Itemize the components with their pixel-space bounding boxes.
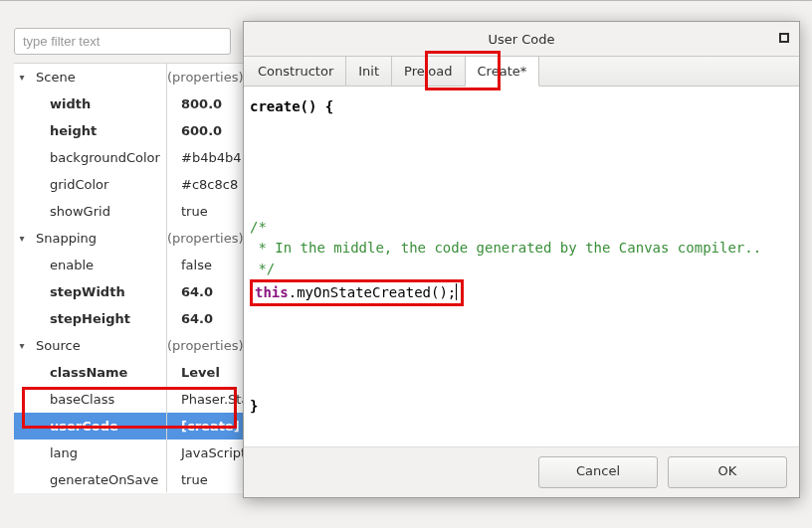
chevron-down-icon: ▾ <box>14 233 30 244</box>
code-statement: this.myOnStateCreated(); <box>250 279 464 306</box>
code-editor[interactable]: create() { /* * In the middle, the code … <box>244 87 799 446</box>
code-signature: create() { <box>250 98 333 114</box>
ok-button[interactable]: OK <box>668 456 787 488</box>
group-label: Scene <box>30 70 163 85</box>
chevron-down-icon: ▾ <box>14 340 30 351</box>
prop-classname[interactable]: className Level <box>14 359 245 386</box>
group-snapping[interactable]: ▾ Snapping (properties) <box>14 225 245 252</box>
tab-create[interactable]: Create* <box>466 57 540 87</box>
group-value: (properties) <box>163 70 245 85</box>
filter-box <box>14 28 231 55</box>
prop-backgroundcolor[interactable]: backgroundColor #b4b4b4 <box>14 144 245 171</box>
prop-stepheight[interactable]: stepHeight 64.0 <box>14 305 245 332</box>
group-source[interactable]: ▾ Source (properties) <box>14 332 245 359</box>
filter-input[interactable] <box>15 29 230 54</box>
code-comment: * In the middle, the code generated by t… <box>250 240 761 256</box>
group-label: Source <box>30 338 163 353</box>
dialog-tabs: Constructor Init Preload Create* <box>244 56 799 87</box>
prop-showgrid[interactable]: showGrid true <box>14 198 245 225</box>
column-divider[interactable] <box>166 63 167 492</box>
prop-baseclass[interactable]: baseClass Phaser.State <box>14 386 245 413</box>
prop-generateonsave[interactable]: generateOnSave true <box>14 466 245 493</box>
user-code-dialog: User Code Constructor Init Preload Creat… <box>243 21 800 498</box>
tab-init[interactable]: Init <box>346 57 392 86</box>
prop-width[interactable]: width 800.0 <box>14 90 245 117</box>
prop-enable[interactable]: enable false <box>14 252 245 278</box>
group-value: (properties) <box>163 338 245 353</box>
chevron-down-icon: ▾ <box>14 72 30 83</box>
prop-height[interactable]: height 600.0 <box>14 117 245 144</box>
prop-lang[interactable]: lang JavaScript 5 <box>14 440 245 466</box>
group-scene[interactable]: ▾ Scene (properties) <box>14 64 245 90</box>
tab-constructor[interactable]: Constructor <box>246 57 346 86</box>
property-tree: ▾ Scene (properties) width 800.0 height … <box>14 63 245 493</box>
code-close: } <box>250 398 258 414</box>
tab-preload[interactable]: Preload <box>392 57 465 86</box>
dialog-title-text: User Code <box>488 32 554 47</box>
prop-gridcolor[interactable]: gridColor #c8c8c8 <box>14 171 245 198</box>
dialog-titlebar[interactable]: User Code <box>244 22 799 56</box>
code-comment: */ <box>250 261 275 276</box>
prop-stepwidth[interactable]: stepWidth 64.0 <box>14 278 245 305</box>
maximize-icon[interactable] <box>779 33 789 43</box>
code-comment: /* <box>250 219 267 235</box>
prop-usercode[interactable]: userCode [create] <box>14 413 245 440</box>
dialog-buttons: Cancel OK <box>244 446 799 497</box>
caret-icon <box>456 283 457 300</box>
group-label: Snapping <box>30 231 163 246</box>
group-value: (properties) <box>163 231 245 246</box>
cancel-button[interactable]: Cancel <box>538 456 658 488</box>
